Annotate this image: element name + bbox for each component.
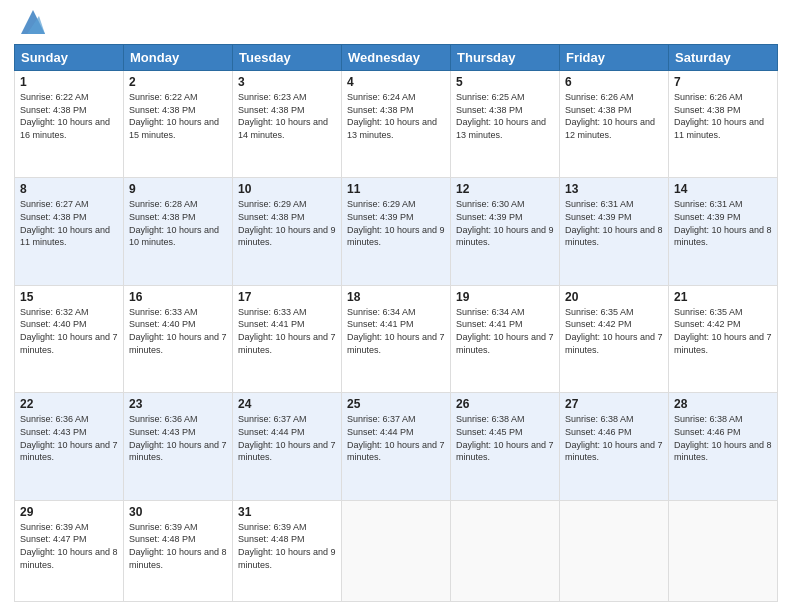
day-number: 29 — [20, 505, 118, 519]
day-info: Sunrise: 6:23 AMSunset: 4:38 PMDaylight:… — [238, 92, 328, 140]
day-number: 14 — [674, 182, 772, 196]
calendar-cell: 1Sunrise: 6:22 AMSunset: 4:38 PMDaylight… — [15, 71, 124, 178]
day-number: 28 — [674, 397, 772, 411]
calendar-cell: 23Sunrise: 6:36 AMSunset: 4:43 PMDayligh… — [124, 393, 233, 500]
day-info: Sunrise: 6:27 AMSunset: 4:38 PMDaylight:… — [20, 199, 110, 247]
calendar-cell: 18Sunrise: 6:34 AMSunset: 4:41 PMDayligh… — [342, 285, 451, 392]
calendar-cell: 12Sunrise: 6:30 AMSunset: 4:39 PMDayligh… — [451, 178, 560, 285]
day-number: 3 — [238, 75, 336, 89]
day-number: 23 — [129, 397, 227, 411]
day-number: 22 — [20, 397, 118, 411]
calendar-cell: 21Sunrise: 6:35 AMSunset: 4:42 PMDayligh… — [669, 285, 778, 392]
day-info: Sunrise: 6:33 AMSunset: 4:41 PMDaylight:… — [238, 307, 336, 355]
calendar-cell: 26Sunrise: 6:38 AMSunset: 4:45 PMDayligh… — [451, 393, 560, 500]
day-number: 17 — [238, 290, 336, 304]
day-number: 11 — [347, 182, 445, 196]
calendar-cell: 4Sunrise: 6:24 AMSunset: 4:38 PMDaylight… — [342, 71, 451, 178]
calendar-cell: 27Sunrise: 6:38 AMSunset: 4:46 PMDayligh… — [560, 393, 669, 500]
calendar-header-thursday: Thursday — [451, 45, 560, 71]
calendar-cell — [451, 500, 560, 601]
day-info: Sunrise: 6:36 AMSunset: 4:43 PMDaylight:… — [129, 414, 227, 462]
day-info: Sunrise: 6:39 AMSunset: 4:48 PMDaylight:… — [238, 522, 336, 570]
calendar-cell: 7Sunrise: 6:26 AMSunset: 4:38 PMDaylight… — [669, 71, 778, 178]
calendar-header-saturday: Saturday — [669, 45, 778, 71]
day-number: 26 — [456, 397, 554, 411]
day-info: Sunrise: 6:36 AMSunset: 4:43 PMDaylight:… — [20, 414, 118, 462]
day-number: 24 — [238, 397, 336, 411]
day-info: Sunrise: 6:28 AMSunset: 4:38 PMDaylight:… — [129, 199, 219, 247]
calendar-cell: 28Sunrise: 6:38 AMSunset: 4:46 PMDayligh… — [669, 393, 778, 500]
day-number: 9 — [129, 182, 227, 196]
calendar-week-row: 29Sunrise: 6:39 AMSunset: 4:47 PMDayligh… — [15, 500, 778, 601]
day-number: 19 — [456, 290, 554, 304]
day-info: Sunrise: 6:37 AMSunset: 4:44 PMDaylight:… — [347, 414, 445, 462]
calendar-cell: 19Sunrise: 6:34 AMSunset: 4:41 PMDayligh… — [451, 285, 560, 392]
day-info: Sunrise: 6:38 AMSunset: 4:46 PMDaylight:… — [565, 414, 663, 462]
calendar-header-row: SundayMondayTuesdayWednesdayThursdayFrid… — [15, 45, 778, 71]
calendar-week-row: 8Sunrise: 6:27 AMSunset: 4:38 PMDaylight… — [15, 178, 778, 285]
day-info: Sunrise: 6:31 AMSunset: 4:39 PMDaylight:… — [565, 199, 663, 247]
day-number: 27 — [565, 397, 663, 411]
day-info: Sunrise: 6:34 AMSunset: 4:41 PMDaylight:… — [347, 307, 445, 355]
calendar-cell: 5Sunrise: 6:25 AMSunset: 4:38 PMDaylight… — [451, 71, 560, 178]
calendar-header-tuesday: Tuesday — [233, 45, 342, 71]
day-number: 7 — [674, 75, 772, 89]
day-info: Sunrise: 6:34 AMSunset: 4:41 PMDaylight:… — [456, 307, 554, 355]
day-number: 16 — [129, 290, 227, 304]
calendar-cell: 8Sunrise: 6:27 AMSunset: 4:38 PMDaylight… — [15, 178, 124, 285]
day-info: Sunrise: 6:38 AMSunset: 4:46 PMDaylight:… — [674, 414, 772, 462]
day-number: 21 — [674, 290, 772, 304]
day-info: Sunrise: 6:25 AMSunset: 4:38 PMDaylight:… — [456, 92, 546, 140]
calendar-cell: 22Sunrise: 6:36 AMSunset: 4:43 PMDayligh… — [15, 393, 124, 500]
calendar-week-row: 1Sunrise: 6:22 AMSunset: 4:38 PMDaylight… — [15, 71, 778, 178]
calendar-cell: 17Sunrise: 6:33 AMSunset: 4:41 PMDayligh… — [233, 285, 342, 392]
day-info: Sunrise: 6:26 AMSunset: 4:38 PMDaylight:… — [565, 92, 655, 140]
day-info: Sunrise: 6:30 AMSunset: 4:39 PMDaylight:… — [456, 199, 554, 247]
calendar-cell: 30Sunrise: 6:39 AMSunset: 4:48 PMDayligh… — [124, 500, 233, 601]
day-number: 12 — [456, 182, 554, 196]
day-info: Sunrise: 6:26 AMSunset: 4:38 PMDaylight:… — [674, 92, 764, 140]
calendar-cell — [560, 500, 669, 601]
calendar-cell: 15Sunrise: 6:32 AMSunset: 4:40 PMDayligh… — [15, 285, 124, 392]
calendar-cell: 24Sunrise: 6:37 AMSunset: 4:44 PMDayligh… — [233, 393, 342, 500]
day-number: 31 — [238, 505, 336, 519]
logo — [14, 10, 49, 38]
day-info: Sunrise: 6:38 AMSunset: 4:45 PMDaylight:… — [456, 414, 554, 462]
day-info: Sunrise: 6:22 AMSunset: 4:38 PMDaylight:… — [129, 92, 219, 140]
day-info: Sunrise: 6:37 AMSunset: 4:44 PMDaylight:… — [238, 414, 336, 462]
day-info: Sunrise: 6:22 AMSunset: 4:38 PMDaylight:… — [20, 92, 110, 140]
day-number: 13 — [565, 182, 663, 196]
calendar-cell: 3Sunrise: 6:23 AMSunset: 4:38 PMDaylight… — [233, 71, 342, 178]
calendar-cell: 10Sunrise: 6:29 AMSunset: 4:38 PMDayligh… — [233, 178, 342, 285]
calendar-cell: 29Sunrise: 6:39 AMSunset: 4:47 PMDayligh… — [15, 500, 124, 601]
calendar-cell: 9Sunrise: 6:28 AMSunset: 4:38 PMDaylight… — [124, 178, 233, 285]
day-info: Sunrise: 6:31 AMSunset: 4:39 PMDaylight:… — [674, 199, 772, 247]
calendar-cell: 11Sunrise: 6:29 AMSunset: 4:39 PMDayligh… — [342, 178, 451, 285]
calendar-header-sunday: Sunday — [15, 45, 124, 71]
day-number: 5 — [456, 75, 554, 89]
day-info: Sunrise: 6:29 AMSunset: 4:38 PMDaylight:… — [238, 199, 336, 247]
calendar-week-row: 22Sunrise: 6:36 AMSunset: 4:43 PMDayligh… — [15, 393, 778, 500]
calendar-table: SundayMondayTuesdayWednesdayThursdayFrid… — [14, 44, 778, 602]
calendar-cell: 14Sunrise: 6:31 AMSunset: 4:39 PMDayligh… — [669, 178, 778, 285]
calendar-cell: 2Sunrise: 6:22 AMSunset: 4:38 PMDaylight… — [124, 71, 233, 178]
calendar-week-row: 15Sunrise: 6:32 AMSunset: 4:40 PMDayligh… — [15, 285, 778, 392]
day-number: 8 — [20, 182, 118, 196]
calendar-cell: 20Sunrise: 6:35 AMSunset: 4:42 PMDayligh… — [560, 285, 669, 392]
day-info: Sunrise: 6:35 AMSunset: 4:42 PMDaylight:… — [565, 307, 663, 355]
day-number: 1 — [20, 75, 118, 89]
calendar-cell: 6Sunrise: 6:26 AMSunset: 4:38 PMDaylight… — [560, 71, 669, 178]
page: SundayMondayTuesdayWednesdayThursdayFrid… — [0, 0, 792, 612]
calendar-cell: 25Sunrise: 6:37 AMSunset: 4:44 PMDayligh… — [342, 393, 451, 500]
day-number: 30 — [129, 505, 227, 519]
day-info: Sunrise: 6:39 AMSunset: 4:47 PMDaylight:… — [20, 522, 118, 570]
day-number: 20 — [565, 290, 663, 304]
day-info: Sunrise: 6:35 AMSunset: 4:42 PMDaylight:… — [674, 307, 772, 355]
calendar-cell: 16Sunrise: 6:33 AMSunset: 4:40 PMDayligh… — [124, 285, 233, 392]
calendar-header-wednesday: Wednesday — [342, 45, 451, 71]
calendar-cell: 13Sunrise: 6:31 AMSunset: 4:39 PMDayligh… — [560, 178, 669, 285]
day-number: 15 — [20, 290, 118, 304]
calendar-cell: 31Sunrise: 6:39 AMSunset: 4:48 PMDayligh… — [233, 500, 342, 601]
day-info: Sunrise: 6:24 AMSunset: 4:38 PMDaylight:… — [347, 92, 437, 140]
day-number: 4 — [347, 75, 445, 89]
